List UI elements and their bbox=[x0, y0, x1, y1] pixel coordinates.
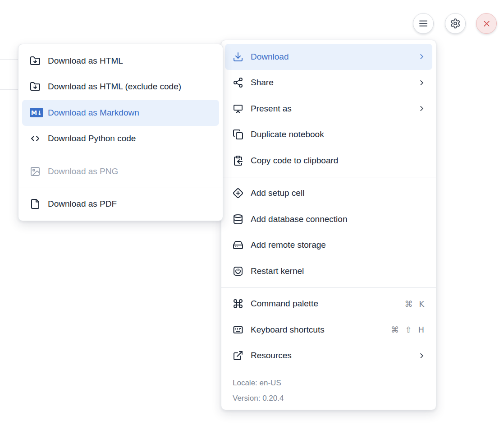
menu-button[interactable] bbox=[413, 13, 434, 34]
menu-item-label: Command palette bbox=[251, 299, 404, 309]
menu-item-download-as-png[interactable]: Download as PNG bbox=[22, 158, 219, 185]
menu-item-label: Resources bbox=[251, 351, 417, 361]
download-submenu: Download as HTMLDownload as HTML (exclud… bbox=[18, 44, 223, 221]
power-icon bbox=[233, 266, 243, 277]
download-icon bbox=[233, 51, 243, 62]
menu-item-label: Duplicate notebook bbox=[251, 130, 426, 139]
menu-item-label: Keyboard shortcuts bbox=[251, 325, 391, 335]
menu-item-share[interactable]: Share bbox=[225, 70, 432, 96]
diamond-plus-icon bbox=[233, 188, 243, 199]
version-text: Version: 0.20.4 bbox=[225, 391, 432, 406]
close-icon bbox=[482, 19, 491, 28]
menu-divider bbox=[18, 188, 223, 188]
menu-item-duplicate-notebook[interactable]: Duplicate notebook bbox=[225, 122, 432, 148]
chevron-right-icon bbox=[417, 104, 426, 113]
folder-download-icon bbox=[30, 81, 41, 92]
menu-item-add-remote-storage[interactable]: Add remote storage bbox=[225, 232, 432, 259]
menu-item-label: Share bbox=[251, 78, 417, 88]
menu-item-label: Download Python code bbox=[48, 134, 213, 143]
page: { "colors":{ "accent_blue":"#3b70c9", "h… bbox=[0, 0, 504, 444]
settings-button[interactable] bbox=[445, 13, 466, 34]
code-icon bbox=[30, 133, 41, 144]
clipboard-arrow-icon bbox=[233, 155, 243, 166]
menu-item-label: Download bbox=[251, 52, 417, 62]
menu-item-label: Present as bbox=[251, 104, 417, 114]
menu-item-present-as[interactable]: Present as bbox=[225, 96, 432, 122]
menu-item-label: Restart kernel bbox=[251, 266, 426, 276]
presentation-icon bbox=[233, 103, 243, 114]
menu-item-label: Download as PNG bbox=[48, 166, 213, 176]
menu-divider bbox=[221, 372, 436, 372]
menu-item-download[interactable]: Download bbox=[225, 44, 432, 70]
menu-item-resources[interactable]: Resources bbox=[225, 343, 432, 369]
hamburger-icon bbox=[418, 18, 429, 29]
gear-icon bbox=[450, 18, 461, 29]
markdown-icon: M↓ bbox=[30, 108, 43, 117]
menu-divider bbox=[221, 177, 436, 177]
command-icon bbox=[233, 298, 243, 309]
menu-item-label: Add setup cell bbox=[251, 188, 426, 198]
share-icon bbox=[233, 77, 243, 88]
file-icon bbox=[30, 199, 41, 209]
menu-item-label: Download as HTML (exclude code) bbox=[48, 82, 213, 92]
menu-item-keyboard-shortcuts[interactable]: Keyboard shortcuts⌘ ⇧ H bbox=[225, 317, 432, 343]
menu-item-download-python-code[interactable]: Download Python code bbox=[22, 126, 219, 152]
menu-item-label: Download as Markdown bbox=[48, 108, 213, 118]
chevron-right-icon bbox=[417, 352, 426, 360]
chevron-right-icon bbox=[417, 52, 426, 61]
menu-item-label: Download as PDF bbox=[48, 199, 213, 209]
page-edge-line bbox=[0, 59, 18, 60]
shortcut-hint: ⌘ K bbox=[404, 299, 426, 309]
page-edge-line bbox=[0, 89, 18, 90]
menu-divider bbox=[18, 155, 223, 155]
external-link-icon bbox=[233, 350, 243, 361]
copy-icon bbox=[233, 129, 243, 140]
folder-download-icon bbox=[30, 56, 41, 66]
menu-item-command-palette[interactable]: Command palette⌘ K bbox=[225, 291, 432, 317]
chevron-right-icon bbox=[417, 79, 426, 87]
menu-item-add-setup-cell[interactable]: Add setup cell bbox=[225, 180, 432, 207]
menu-item-label: Add database connection bbox=[251, 214, 426, 224]
menu-footer: Locale: en-US Version: 0.20.4 bbox=[225, 375, 432, 406]
notebook-menu: DownloadSharePresent asDuplicate noteboo… bbox=[221, 40, 436, 410]
database-icon bbox=[233, 214, 243, 225]
image-icon bbox=[30, 166, 41, 177]
menu-divider bbox=[221, 287, 436, 288]
menu-item-label: Add remote storage bbox=[251, 240, 426, 250]
menu-item-add-database-connection[interactable]: Add database connection bbox=[225, 206, 432, 232]
locale-text: Locale: en-US bbox=[225, 375, 432, 391]
close-button[interactable] bbox=[476, 13, 497, 34]
hard-drive-icon bbox=[233, 240, 243, 250]
menu-item-label: Download as HTML bbox=[48, 56, 213, 66]
menu-item-restart-kernel[interactable]: Restart kernel bbox=[225, 258, 432, 284]
menu-item-label: Copy code to clipboard bbox=[251, 156, 426, 166]
menu-item-download-as-markdown[interactable]: M↓Download as Markdown bbox=[22, 100, 219, 126]
menu-item-download-as-pdf[interactable]: Download as PDF bbox=[22, 191, 219, 217]
menu-item-download-as-html-exclude-code[interactable]: Download as HTML (exclude code) bbox=[22, 74, 219, 100]
menu-item-copy-code-to-clipboard[interactable]: Copy code to clipboard bbox=[225, 148, 432, 174]
keyboard-icon bbox=[233, 324, 243, 335]
shortcut-hint: ⌘ ⇧ H bbox=[391, 325, 426, 334]
menu-item-download-as-html[interactable]: Download as HTML bbox=[22, 48, 219, 74]
